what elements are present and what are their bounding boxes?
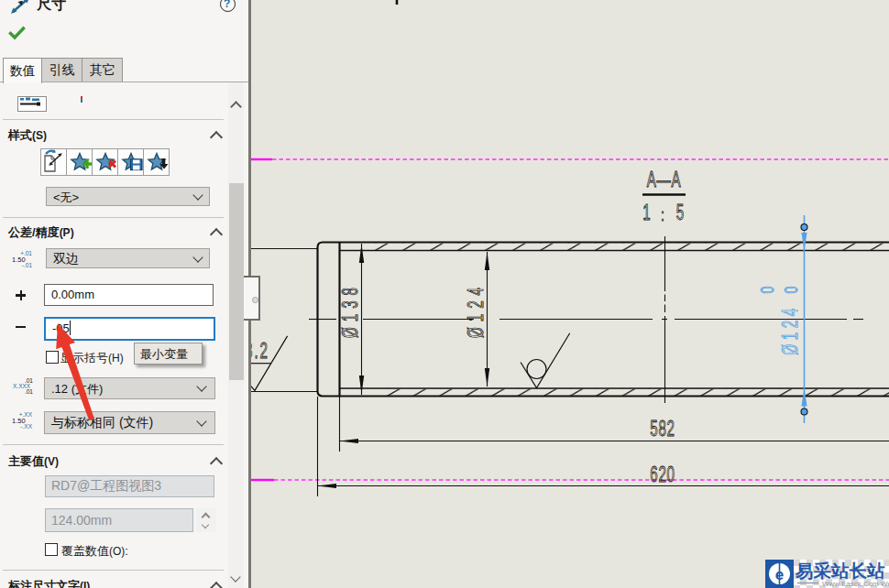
svg-text:5: 5 — [676, 200, 685, 223]
svg-text:582: 582 — [650, 417, 675, 441]
svg-text:易采站长站: 易采站长站 — [795, 561, 885, 581]
svg-text:0: 0 — [756, 287, 777, 294]
svg-text::: : — [661, 204, 664, 223]
svg-text:e: e — [775, 566, 784, 583]
svg-text:Ø124: Ø124 — [778, 304, 802, 355]
svg-text:A—A: A—A — [647, 168, 681, 191]
svg-text:620: 620 — [650, 462, 675, 485]
svg-text:3.2: 3.2 — [251, 339, 269, 363]
svg-text:Ø124: Ø124 — [464, 282, 488, 338]
svg-text:Www.Easck.Com Webmaster: Www.Easck.Com Webmaster — [822, 580, 889, 588]
svg-text:1: 1 — [642, 200, 650, 223]
svg-text:0: 0 — [780, 287, 801, 294]
svg-text:Ø138: Ø138 — [338, 282, 362, 338]
